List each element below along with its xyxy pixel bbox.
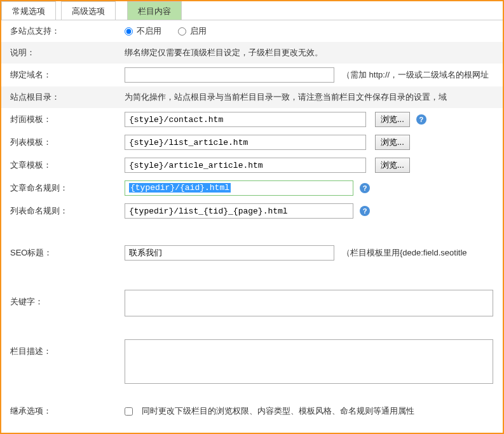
checkbox-inherit[interactable] xyxy=(125,407,133,416)
label-seo-title: SEO标题： xyxy=(10,247,125,259)
label-bind-domain: 绑定域名： xyxy=(10,69,125,81)
textarea-keywords[interactable] xyxy=(125,290,493,316)
help-icon[interactable]: ? xyxy=(360,206,370,216)
browse-cover-tpl[interactable]: 浏览... xyxy=(375,112,410,127)
input-article-rule[interactable]: {typedir}/{aid}.html xyxy=(125,180,353,196)
label-inherit: 继承选项： xyxy=(10,405,125,417)
browse-article-tpl[interactable]: 浏览... xyxy=(375,158,410,173)
radio-multisite-on-label[interactable]: 启用 xyxy=(178,25,207,37)
tab-advanced[interactable]: 高级选项 xyxy=(61,1,116,20)
help-icon[interactable]: ? xyxy=(360,183,370,193)
tab-column-content[interactable]: 栏目内容 xyxy=(127,1,182,20)
input-bind-domain[interactable] xyxy=(125,67,334,83)
radio-off-text: 不启用 xyxy=(137,25,161,37)
input-list-tpl[interactable] xyxy=(125,135,366,150)
radio-multisite-off[interactable] xyxy=(125,27,133,36)
label-cover-tpl: 封面模板： xyxy=(10,114,125,125)
input-article-tpl[interactable] xyxy=(125,158,366,173)
tab-general[interactable]: 常规选项 xyxy=(1,1,56,20)
radio-on-text: 启用 xyxy=(190,25,207,37)
label-keywords: 关键字： xyxy=(10,290,125,308)
label-list-tpl: 列表模板： xyxy=(10,137,125,148)
label-article-tpl: 文章模板： xyxy=(10,159,125,171)
input-cover-tpl[interactable] xyxy=(125,112,366,127)
label-col-desc: 栏目描述： xyxy=(10,339,125,357)
radio-multisite-on[interactable] xyxy=(178,27,186,36)
label-list-rule: 列表命名规则： xyxy=(10,205,125,217)
label-site-root: 站点根目录： xyxy=(10,92,125,103)
input-list-rule[interactable] xyxy=(125,203,353,219)
article-rule-selected-text: {typedir}/{aid}.html xyxy=(129,183,231,193)
help-icon[interactable]: ? xyxy=(416,114,426,125)
label-multisite: 多站点支持： xyxy=(10,25,125,37)
note-seo-title: （栏目模板里用{dede:field.seotitle xyxy=(342,247,467,259)
desc-text: 绑名绑定仅需要在顶级栏目设定，子级栏目更改无效。 xyxy=(125,47,494,58)
browse-list-tpl[interactable]: 浏览... xyxy=(375,135,410,150)
inherit-text: 同时更改下级栏目的浏览权限、内容类型、模板风格、命名规则等通用属性 xyxy=(142,405,414,417)
radio-multisite-off-label[interactable]: 不启用 xyxy=(125,25,161,37)
input-seo-title[interactable] xyxy=(125,245,334,261)
note-bind-domain: （需加 http://，一级或二级域名的根网址 xyxy=(342,69,489,81)
label-article-rule: 文章命名规则： xyxy=(10,182,125,194)
textarea-col-desc[interactable] xyxy=(125,339,493,384)
site-root-text: 为简化操作，站点根目录与当前栏目目录一致，请注意当前栏目文件保存目录的设置，域 xyxy=(125,92,494,103)
label-desc: 说明： xyxy=(10,47,125,58)
